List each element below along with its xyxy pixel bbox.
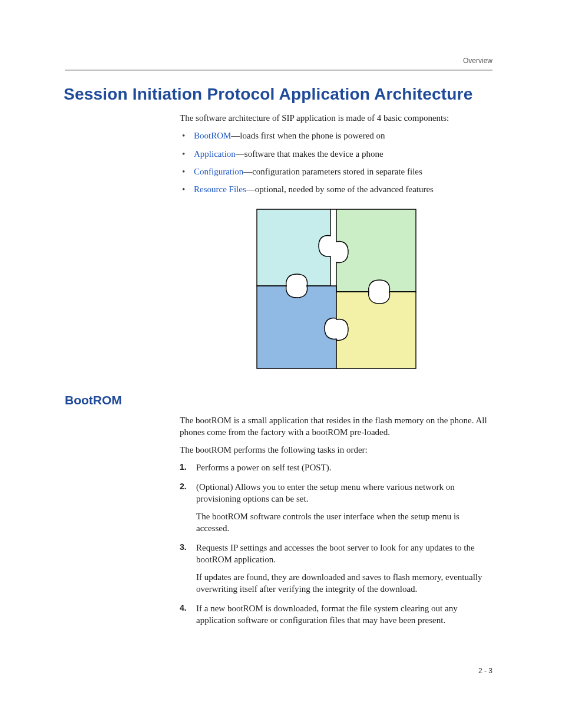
step-item: (Optional) Allows you to enter the setup… <box>180 481 492 535</box>
link-application[interactable]: Application <box>194 149 236 159</box>
step-text: The bootROM software controls the user i… <box>196 510 492 535</box>
header-section-label: Overview <box>463 57 492 65</box>
step-item: If a new bootROM is downloaded, format t… <box>180 602 492 627</box>
step-item: Requests IP settings and accesses the bo… <box>180 542 492 595</box>
puzzle-figure <box>180 203 492 377</box>
list-item: Application—software that makes the devi… <box>180 148 492 160</box>
intro-paragraph: The software architecture of SIP applica… <box>180 112 492 124</box>
list-item: Resource Files—optional, needed by some … <box>180 183 492 195</box>
bootrom-paragraph-1: The bootROM is a small application that … <box>180 414 492 439</box>
page-title: Session Initiation Protocol Application … <box>64 85 492 104</box>
link-resource-files[interactable]: Resource Files <box>194 185 246 194</box>
bootrom-steps: Performs a power on self test (POST). (O… <box>180 462 492 626</box>
puzzle-icon <box>251 203 422 374</box>
link-configuration[interactable]: Configuration <box>194 167 243 176</box>
step-text: (Optional) Allows you to enter the setup… <box>196 481 492 505</box>
puzzle-piece-top-right <box>330 209 416 292</box>
step-text: Performs a power on self test (POST). <box>196 462 492 473</box>
list-item: BootROM—loads first when the phone is po… <box>180 130 492 141</box>
step-text: If updates are found, they are downloade… <box>196 571 492 595</box>
list-item-text: —software that makes the device a phone <box>236 149 384 159</box>
link-bootrom[interactable]: BootROM <box>194 131 231 140</box>
list-item-text: —configuration parameters stored in sepa… <box>243 167 422 176</box>
puzzle-piece-top-left <box>257 209 330 286</box>
list-item: Configuration—configuration parameters s… <box>180 166 492 177</box>
list-item-text: —optional, needed by some of the advance… <box>246 185 434 194</box>
page-number: 2 - 3 <box>478 667 492 675</box>
puzzle-piece-bottom-right <box>336 292 416 368</box>
list-item-text: —loads first when the phone is powered o… <box>231 131 385 140</box>
header-rule <box>65 70 492 71</box>
step-text: Requests IP settings and accesses the bo… <box>196 542 492 566</box>
component-list: BootROM—loads first when the phone is po… <box>180 130 492 195</box>
section-heading-bootrom: BootROM <box>65 393 492 407</box>
step-text: If a new bootROM is downloaded, format t… <box>196 602 492 627</box>
bootrom-paragraph-2: The bootROM performs the following tasks… <box>180 444 492 456</box>
step-item: Performs a power on self test (POST). <box>180 462 492 473</box>
puzzle-piece-bottom-left <box>257 286 336 368</box>
